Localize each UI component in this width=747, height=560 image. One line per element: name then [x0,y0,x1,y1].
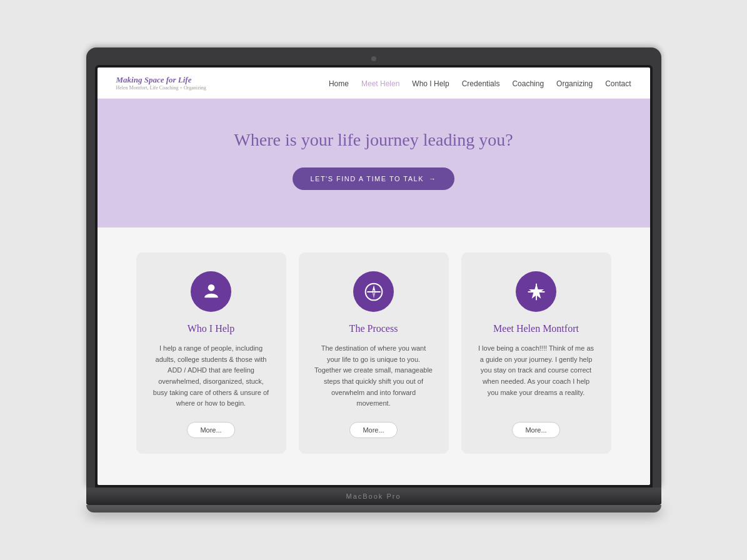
site-logo: Making Space for Life Helen Montfort, Li… [116,75,206,91]
nav-item-contact[interactable]: Contact [605,78,631,89]
card-title-the-process: The Process [349,323,398,334]
card-btn-the-process[interactable]: More... [349,422,397,438]
svg-marker-2 [372,285,375,292]
card-title-meet-helen: Meet Helen Montfort [493,323,579,334]
screen-bezel: Making Space for Life Helen Montfort, Li… [95,65,653,488]
star-icon [526,282,546,302]
nav-link-meet-helen[interactable]: Meet Helen [361,79,399,88]
nav-links: Home Meet Helen Who I Help Credentials C… [329,78,631,89]
hero-cta-label: LET'S FIND A TIME TO TALK [310,175,424,182]
nav-link-contact[interactable]: Contact [605,79,631,88]
nav-link-coaching[interactable]: Coaching [512,79,544,88]
the-process-icon-circle [353,271,394,312]
nav-item-meet-helen[interactable]: Meet Helen [361,78,399,89]
nav-link-organizing[interactable]: Organizing [556,79,593,88]
card-meet-helen: Meet Helen Montfort I love being a coach… [461,252,611,454]
laptop-bottom [86,505,661,512]
card-btn-meet-helen[interactable]: More... [512,422,559,438]
nav-item-home[interactable]: Home [329,78,349,89]
meet-helen-icon-circle [516,271,556,312]
nav-item-who-i-help[interactable]: Who I Help [412,78,449,89]
hero-cta-button[interactable]: LET'S FIND A TIME TO TALK → [293,168,454,190]
card-text-meet-helen: I love being a coach!!!! Think of me as … [477,343,596,409]
nav-item-coaching[interactable]: Coaching [512,78,544,89]
hero-section: Where is your life journey leading you? … [98,99,650,228]
nav-link-credentials[interactable]: Credentials [462,79,500,88]
card-who-i-help: Who I Help I help a range of people, inc… [136,252,286,454]
nav-item-credentials[interactable]: Credentials [462,78,500,89]
compass-icon [364,282,384,302]
nav-link-home[interactable]: Home [329,79,349,88]
laptop-lid: Making Space for Life Helen Montfort, Li… [86,48,661,488]
cards-section: Who I Help I help a range of people, inc… [98,228,650,485]
card-the-process: The Process The destination of where you… [299,252,449,454]
logo-main-text: Making Space for Life [116,75,206,85]
site-navigation: Making Space for Life Helen Montfort, Li… [98,68,650,99]
laptop-frame: Making Space for Life Helen Montfort, Li… [86,48,661,512]
card-text-who-i-help: I help a range of people, including adul… [152,343,271,409]
nav-item-organizing[interactable]: Organizing [556,78,593,89]
card-text-the-process: The destination of where you want your l… [314,343,433,409]
svg-marker-3 [372,292,375,299]
hero-cta-arrow: → [429,175,437,182]
laptop-brand-label: MacBook Pro [346,492,401,500]
laptop-screen: Making Space for Life Helen Montfort, Li… [98,68,650,485]
card-title-who-i-help: Who I Help [188,323,235,334]
card-btn-who-i-help[interactable]: More... [187,422,234,438]
laptop-camera [371,56,376,61]
person-icon [201,282,221,302]
logo-sub-text: Helen Montfort, Life Coaching + Organizi… [116,85,206,91]
who-i-help-icon-circle [191,271,231,312]
laptop-base: MacBook Pro [86,488,661,505]
nav-link-who-i-help[interactable]: Who I Help [412,79,449,88]
hero-title: Where is your life journey leading you? [110,130,638,150]
svg-point-0 [208,284,214,291]
